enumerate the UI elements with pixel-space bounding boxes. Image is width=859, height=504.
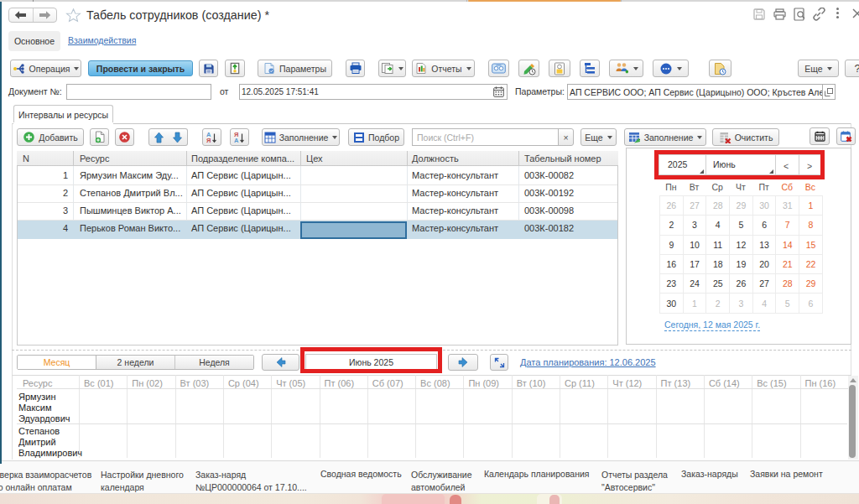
- svg-text:Я: Я: [206, 137, 211, 143]
- svg-text:А: А: [234, 137, 239, 143]
